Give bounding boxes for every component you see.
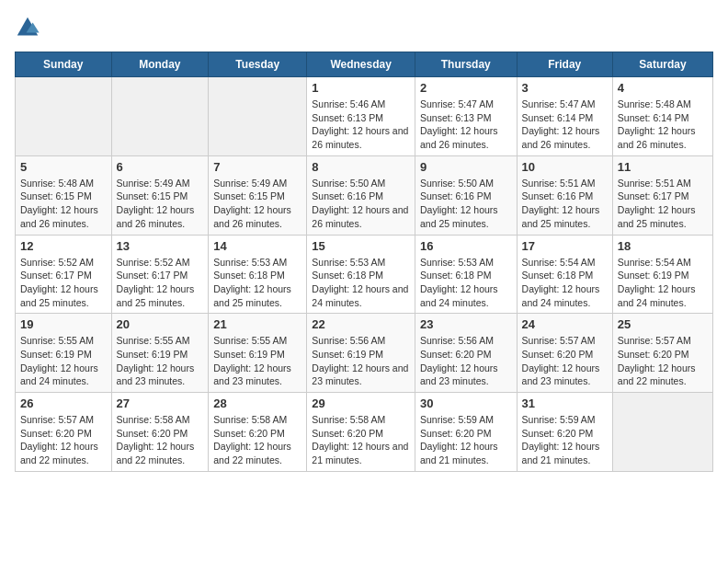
calendar-cell: 11Sunrise: 5:51 AMSunset: 6:17 PMDayligh… (612, 155, 712, 235)
calendar-cell: 24Sunrise: 5:57 AMSunset: 6:20 PMDayligh… (517, 314, 612, 393)
day-number: 28 (213, 396, 301, 410)
calendar-cell (209, 77, 307, 156)
column-header-tuesday: Tuesday (209, 52, 307, 77)
calendar-cell: 19Sunrise: 5:55 AMSunset: 6:19 PMDayligh… (16, 314, 112, 393)
calendar-cell: 4Sunrise: 5:48 AMSunset: 6:14 PMDaylight… (612, 77, 712, 156)
day-info: Sunrise: 5:58 AMSunset: 6:20 PMDaylight:… (312, 413, 410, 467)
day-number: 1 (312, 81, 410, 95)
calendar-table: SundayMondayTuesdayWednesdayThursdayFrid… (15, 52, 713, 472)
day-info: Sunrise: 5:50 AMSunset: 6:16 PMDaylight:… (420, 177, 512, 231)
calendar-cell: 20Sunrise: 5:55 AMSunset: 6:19 PMDayligh… (111, 314, 209, 393)
calendar-cell: 3Sunrise: 5:47 AMSunset: 6:14 PMDaylight… (517, 77, 612, 156)
day-info: Sunrise: 5:51 AMSunset: 6:17 PMDaylight:… (618, 177, 708, 231)
day-info: Sunrise: 5:49 AMSunset: 6:15 PMDaylight:… (213, 177, 301, 231)
day-number: 11 (618, 160, 708, 174)
calendar-cell: 18Sunrise: 5:54 AMSunset: 6:19 PMDayligh… (612, 235, 712, 314)
column-header-monday: Monday (111, 52, 209, 77)
calendar-week-row: 26Sunrise: 5:57 AMSunset: 6:20 PMDayligh… (16, 393, 713, 472)
calendar-cell: 30Sunrise: 5:59 AMSunset: 6:20 PMDayligh… (415, 393, 517, 472)
calendar-cell: 5Sunrise: 5:48 AMSunset: 6:15 PMDaylight… (16, 155, 112, 235)
day-number: 13 (117, 239, 204, 253)
day-info: Sunrise: 5:48 AMSunset: 6:14 PMDaylight:… (618, 98, 708, 152)
day-number: 31 (522, 396, 608, 410)
calendar-cell: 22Sunrise: 5:56 AMSunset: 6:19 PMDayligh… (307, 314, 415, 393)
calendar-cell: 6Sunrise: 5:49 AMSunset: 6:15 PMDaylight… (111, 155, 209, 235)
day-number: 21 (213, 317, 301, 331)
day-number: 5 (20, 160, 107, 174)
day-info: Sunrise: 5:55 AMSunset: 6:19 PMDaylight:… (117, 334, 204, 388)
day-number: 6 (117, 160, 204, 174)
day-info: Sunrise: 5:56 AMSunset: 6:20 PMDaylight:… (420, 334, 512, 388)
day-info: Sunrise: 5:58 AMSunset: 6:20 PMDaylight:… (213, 413, 301, 467)
day-number: 30 (420, 396, 512, 410)
day-number: 27 (117, 396, 204, 410)
calendar-cell (612, 393, 712, 472)
calendar-cell: 14Sunrise: 5:53 AMSunset: 6:18 PMDayligh… (209, 235, 307, 314)
day-number: 19 (20, 317, 107, 331)
day-info: Sunrise: 5:55 AMSunset: 6:19 PMDaylight:… (20, 334, 107, 388)
calendar-cell: 29Sunrise: 5:58 AMSunset: 6:20 PMDayligh… (307, 393, 415, 472)
calendar-cell: 1Sunrise: 5:46 AMSunset: 6:13 PMDaylight… (307, 77, 415, 156)
day-number: 29 (312, 396, 410, 410)
column-header-wednesday: Wednesday (307, 52, 415, 77)
day-info: Sunrise: 5:52 AMSunset: 6:17 PMDaylight:… (117, 256, 204, 310)
day-info: Sunrise: 5:53 AMSunset: 6:18 PMDaylight:… (420, 256, 512, 310)
day-number: 10 (522, 160, 608, 174)
calendar-week-row: 12Sunrise: 5:52 AMSunset: 6:17 PMDayligh… (16, 235, 713, 314)
calendar-cell: 15Sunrise: 5:53 AMSunset: 6:18 PMDayligh… (307, 235, 415, 314)
logo-icon (15, 15, 40, 40)
day-info: Sunrise: 5:50 AMSunset: 6:16 PMDaylight:… (312, 177, 410, 231)
calendar-cell: 28Sunrise: 5:58 AMSunset: 6:20 PMDayligh… (209, 393, 307, 472)
calendar-week-row: 1Sunrise: 5:46 AMSunset: 6:13 PMDaylight… (16, 77, 713, 156)
day-info: Sunrise: 5:56 AMSunset: 6:19 PMDaylight:… (312, 334, 410, 388)
calendar-week-row: 19Sunrise: 5:55 AMSunset: 6:19 PMDayligh… (16, 314, 713, 393)
day-info: Sunrise: 5:57 AMSunset: 6:20 PMDaylight:… (522, 334, 608, 388)
day-info: Sunrise: 5:55 AMSunset: 6:19 PMDaylight:… (213, 334, 301, 388)
day-number: 8 (312, 160, 410, 174)
day-number: 20 (117, 317, 204, 331)
calendar-cell: 21Sunrise: 5:55 AMSunset: 6:19 PMDayligh… (209, 314, 307, 393)
logo (15, 15, 44, 40)
column-header-sunday: Sunday (16, 52, 112, 77)
day-info: Sunrise: 5:51 AMSunset: 6:16 PMDaylight:… (522, 177, 608, 231)
day-number: 2 (420, 81, 512, 95)
calendar-cell (16, 77, 112, 156)
calendar-cell: 8Sunrise: 5:50 AMSunset: 6:16 PMDaylight… (307, 155, 415, 235)
calendar-header-row: SundayMondayTuesdayWednesdayThursdayFrid… (16, 52, 713, 77)
day-number: 14 (213, 239, 301, 253)
day-info: Sunrise: 5:54 AMSunset: 6:19 PMDaylight:… (618, 256, 708, 310)
calendar-cell: 25Sunrise: 5:57 AMSunset: 6:20 PMDayligh… (612, 314, 712, 393)
day-info: Sunrise: 5:53 AMSunset: 6:18 PMDaylight:… (213, 256, 301, 310)
day-info: Sunrise: 5:46 AMSunset: 6:13 PMDaylight:… (312, 98, 410, 152)
column-header-friday: Friday (517, 52, 612, 77)
calendar-cell: 31Sunrise: 5:59 AMSunset: 6:20 PMDayligh… (517, 393, 612, 472)
calendar-cell: 2Sunrise: 5:47 AMSunset: 6:13 PMDaylight… (415, 77, 517, 156)
day-info: Sunrise: 5:53 AMSunset: 6:18 PMDaylight:… (312, 256, 410, 310)
day-number: 22 (312, 317, 410, 331)
calendar-week-row: 5Sunrise: 5:48 AMSunset: 6:15 PMDaylight… (16, 155, 713, 235)
day-number: 12 (20, 239, 107, 253)
calendar-cell: 12Sunrise: 5:52 AMSunset: 6:17 PMDayligh… (16, 235, 112, 314)
calendar-cell: 27Sunrise: 5:58 AMSunset: 6:20 PMDayligh… (111, 393, 209, 472)
day-info: Sunrise: 5:52 AMSunset: 6:17 PMDaylight:… (20, 256, 107, 310)
column-header-saturday: Saturday (612, 52, 712, 77)
day-number: 3 (522, 81, 608, 95)
day-number: 18 (618, 239, 708, 253)
calendar-cell (111, 77, 209, 156)
day-info: Sunrise: 5:48 AMSunset: 6:15 PMDaylight:… (20, 177, 107, 231)
day-number: 16 (420, 239, 512, 253)
calendar-cell: 23Sunrise: 5:56 AMSunset: 6:20 PMDayligh… (415, 314, 517, 393)
column-header-thursday: Thursday (415, 52, 517, 77)
day-number: 15 (312, 239, 410, 253)
calendar-cell: 17Sunrise: 5:54 AMSunset: 6:18 PMDayligh… (517, 235, 612, 314)
day-number: 17 (522, 239, 608, 253)
day-number: 24 (522, 317, 608, 331)
calendar-cell: 13Sunrise: 5:52 AMSunset: 6:17 PMDayligh… (111, 235, 209, 314)
calendar-cell: 26Sunrise: 5:57 AMSunset: 6:20 PMDayligh… (16, 393, 112, 472)
day-number: 23 (420, 317, 512, 331)
day-number: 7 (213, 160, 301, 174)
day-info: Sunrise: 5:54 AMSunset: 6:18 PMDaylight:… (522, 256, 608, 310)
day-number: 26 (20, 396, 107, 410)
calendar-cell: 10Sunrise: 5:51 AMSunset: 6:16 PMDayligh… (517, 155, 612, 235)
day-info: Sunrise: 5:49 AMSunset: 6:15 PMDaylight:… (117, 177, 204, 231)
